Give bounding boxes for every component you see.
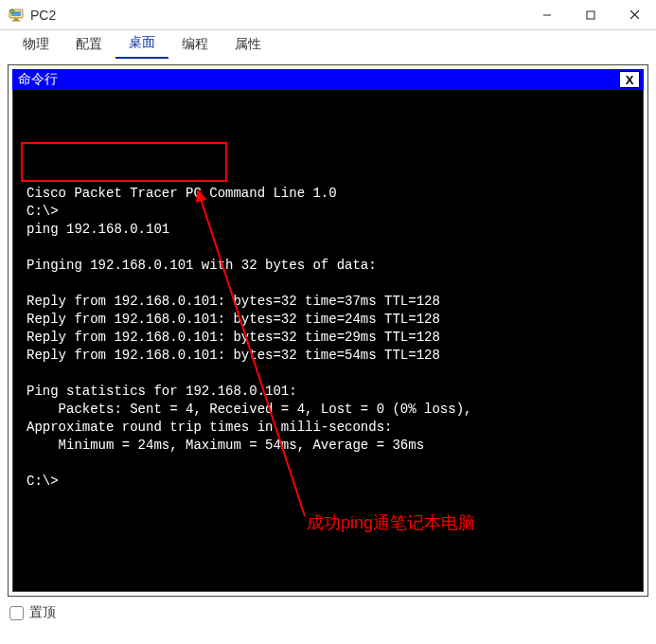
minimize-button[interactable]	[525, 0, 569, 30]
terminal-line: Reply from 192.168.0.101: bytes=32 time=…	[27, 329, 629, 347]
command-line-header: 命令行 X	[12, 69, 644, 90]
svg-rect-6	[587, 11, 594, 19]
command-line-title: 命令行	[18, 71, 58, 88]
terminal-line	[27, 275, 629, 293]
terminal-line: Ping statistics for 192.168.0.101:	[27, 383, 629, 401]
tab-physical[interactable]: 物理	[9, 32, 62, 59]
terminal-line	[27, 365, 629, 383]
terminal-line: Cisco Packet Tracer PC Command Line 1.0	[27, 185, 629, 203]
terminal-line: Packets: Sent = 4, Received = 4, Lost = …	[27, 401, 629, 419]
svg-rect-2	[14, 18, 18, 20]
terminal-line	[27, 455, 629, 473]
maximize-button[interactable]	[569, 0, 612, 30]
command-line-terminal[interactable]: Cisco Packet Tracer PC Command Line 1.0C…	[12, 90, 644, 592]
terminal-line: C:\>	[27, 203, 629, 221]
svg-point-4	[10, 9, 14, 13]
ping-command-highlight	[21, 142, 227, 182]
terminal-line: Approximate round trip times in milli-se…	[27, 419, 629, 437]
window-title: PC2	[30, 8, 56, 23]
terminal-line: Reply from 192.168.0.101: bytes=32 time=…	[27, 293, 629, 311]
terminal-line: ping 192.168.0.101	[27, 221, 629, 239]
terminal-line: Pinging 192.168.0.101 with 32 bytes of d…	[27, 257, 629, 275]
tab-bar: 物理 配置 桌面 编程 属性	[0, 30, 656, 59]
close-button[interactable]	[612, 0, 656, 30]
pc-icon	[8, 7, 25, 24]
terminal-line	[27, 239, 629, 257]
terminal-line: Reply from 192.168.0.101: bytes=32 time=…	[27, 347, 629, 365]
tab-config[interactable]: 配置	[62, 32, 115, 59]
tab-attributes[interactable]: 属性	[222, 32, 275, 59]
annotation-text: 成功ping通笔记本电脑	[307, 514, 475, 532]
tab-desktop[interactable]: 桌面	[115, 30, 168, 59]
terminal-line: C:\>	[27, 473, 629, 491]
window-titlebar: PC2	[0, 0, 656, 30]
svg-rect-3	[12, 20, 20, 22]
tab-programming[interactable]: 编程	[168, 32, 222, 59]
terminal-line: Reply from 192.168.0.101: bytes=32 time=…	[27, 311, 629, 329]
desktop-panel: 命令行 X Cisco Packet Tracer PC Command Lin…	[8, 64, 648, 597]
command-line-close-button[interactable]: X	[619, 71, 640, 88]
always-on-top-checkbox[interactable]	[9, 606, 24, 620]
terminal-line: Minimum = 24ms, Maximum = 54ms, Average …	[27, 437, 629, 455]
